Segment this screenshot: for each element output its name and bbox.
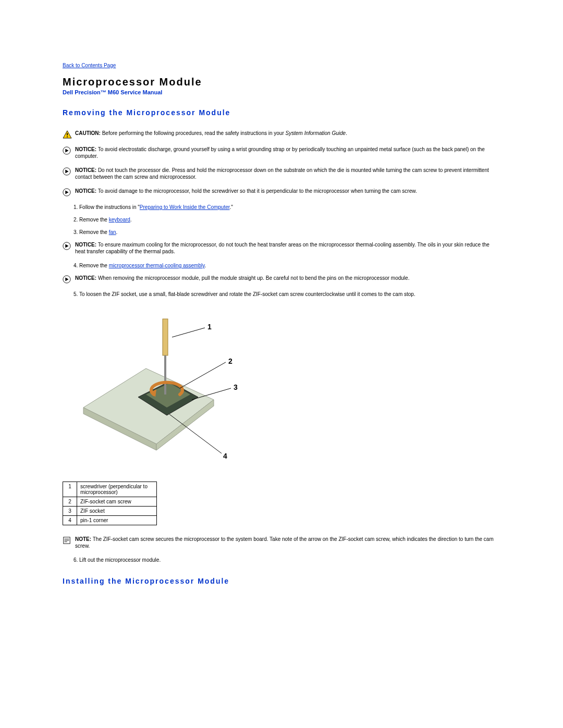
step-6: Lift out the microprocessor module. [79,557,500,564]
svg-rect-19 [164,355,166,394]
table-row: 1screwdriver (perpendicular to microproc… [63,482,157,497]
step-3: Remove the fan. [79,229,500,236]
link-fan[interactable]: fan [109,229,116,235]
step-5: To loosen the ZIF socket, use a small, f… [79,291,500,298]
note-text: NOTE: The ZIF-socket cam screw secures t… [75,536,500,549]
callout-2: 2 [228,357,232,365]
link-keyboard[interactable]: keyboard [109,217,130,223]
svg-line-21 [172,328,205,337]
link-preparing-to-work[interactable]: Preparing to Work Inside the Computer [140,204,230,210]
table-row: 2ZIF-socket cam screw [63,497,157,507]
table-row: 4pin-1 corner [63,516,157,525]
callout-4: 4 [223,452,227,460]
notice-icon [63,275,72,283]
back-to-contents-link[interactable]: Back to Contents Page [63,63,116,68]
section-removing-title: Removing the Microprocessor Module [63,108,500,117]
document-subtitle: Dell Precision™ M60 Service Manual [63,89,500,95]
notice-icon [63,167,72,176]
notice-icon [63,242,72,250]
notice-text: NOTICE: Do not touch the processor die. … [75,167,500,180]
notice-text: NOTICE: To ensure maximum cooling for th… [75,241,500,255]
step-2: Remove the keyboard. [79,216,500,224]
notice-text: NOTICE: To avoid damage to the microproc… [75,188,500,194]
step-1: Follow the instructions in "Preparing to… [79,204,500,211]
notice-row: NOTICE: To ensure maximum cooling for th… [63,241,500,255]
svg-rect-1 [67,133,68,135]
notice-row: NOTICE: Do not touch the processor die. … [63,167,500,180]
caution-icon [63,130,72,139]
caution-row: CAUTION: Before performing the following… [63,130,500,139]
table-row: 3ZIF socket [63,507,157,516]
section-installing-title: Installing the Microprocessor Module [63,577,500,585]
figure-zif-socket: 1 2 3 4 [78,314,500,466]
notice-icon [63,146,72,155]
notice-row: NOTICE: To avoid damage to the microproc… [63,188,500,196]
svg-line-22 [180,362,226,388]
link-thermal-cooling-assembly[interactable]: microprocessor thermal-cooling assembly [109,263,205,268]
parts-table: 1screwdriver (perpendicular to microproc… [63,482,157,525]
svg-rect-2 [67,137,68,138]
step-4: Remove the microprocessor thermal-coolin… [79,262,500,269]
notice-row: NOTICE: To avoid electrostatic discharge… [63,146,500,159]
svg-rect-18 [163,319,168,355]
notice-text: NOTICE: To avoid electrostatic discharge… [75,146,500,159]
notice-row: NOTICE: When removing the microprocessor… [63,275,500,283]
notice-text: NOTICE: When removing the microprocessor… [75,275,500,281]
page-title: Microprocessor Module [63,76,500,88]
notice-icon [63,188,72,196]
caution-text: CAUTION: Before performing the following… [75,130,500,137]
callout-3: 3 [234,383,238,391]
note-icon [63,536,72,545]
callout-1: 1 [207,323,212,331]
note-row: NOTE: The ZIF-socket cam screw secures t… [63,536,500,549]
